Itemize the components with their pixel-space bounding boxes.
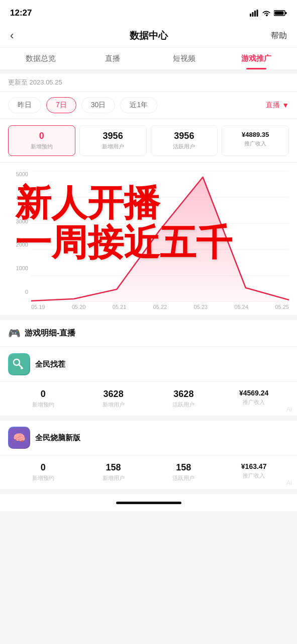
game-1-stat-label-reservation: 新增预约 bbox=[8, 401, 78, 409]
svg-point-16 bbox=[21, 367, 23, 369]
tab-live[interactable]: 直播 bbox=[77, 48, 149, 69]
game-card-2-header: 🧠 全民烧脑新版 bbox=[0, 421, 297, 455]
stats-row: 0 新增预约 3956 新增用户 3956 活跃用户 ¥4889.35 推广收入 bbox=[0, 119, 297, 162]
stat-label-reservation: 新增预约 bbox=[13, 143, 71, 150]
stat-card-revenue: ¥4889.35 推广收入 bbox=[222, 125, 289, 156]
signal-icon bbox=[250, 10, 259, 17]
game-2-stat-label-revenue: 推广收入 bbox=[219, 472, 289, 479]
game-2-icon: 🧠 bbox=[9, 428, 29, 448]
game-1-stat-label-active-users: 活跃用户 bbox=[149, 401, 219, 409]
game-1-stat-value-reservation: 0 bbox=[8, 389, 78, 399]
chart-container: 新人开播 一周接近五千 5000 4000 3000 2000 1000 0 bbox=[0, 163, 297, 315]
filter-type-label: 直播 bbox=[266, 101, 280, 110]
back-button[interactable]: ‹ bbox=[10, 29, 30, 42]
x-axis: 05.19 05.20 05.21 05.22 05.23 05.24 05.2… bbox=[31, 302, 289, 310]
status-bar: 12:27 bbox=[0, 0, 297, 24]
game-2-stat-value-active-users: 158 bbox=[149, 462, 219, 473]
game-2-stat-revenue: ¥163.47 推广收入 bbox=[219, 462, 289, 482]
help-button[interactable]: 帮助 bbox=[267, 31, 287, 41]
game-1-stat-revenue: ¥4569.24 推广收入 bbox=[219, 389, 289, 409]
game-2-stat-reservation: 0 新增预约 bbox=[8, 462, 78, 482]
wifi-icon bbox=[262, 10, 271, 17]
svg-rect-3 bbox=[257, 10, 258, 17]
home-indicator bbox=[116, 502, 181, 504]
svg-rect-6 bbox=[275, 12, 284, 15]
y-axis: 5000 4000 3000 2000 1000 0 bbox=[8, 171, 28, 295]
chevron-down-icon: ▼ bbox=[282, 101, 289, 109]
stat-value-new-users: 3956 bbox=[84, 131, 142, 141]
x-label-0520: 05.20 bbox=[72, 304, 86, 310]
svg-rect-2 bbox=[254, 11, 256, 17]
game-1-stat-reservation: 0 新增预约 bbox=[8, 389, 78, 409]
stat-label-active-users: 活跃用户 bbox=[155, 143, 214, 150]
bottom-bar bbox=[0, 494, 297, 511]
game-card-1: 全民找茬 0 新增预约 3628 新增用户 3628 活跃用户 ¥4569.24… bbox=[0, 347, 297, 416]
game-2-stat-value-revenue: ¥163.47 bbox=[219, 462, 289, 470]
x-label-0523: 05.23 bbox=[194, 304, 208, 310]
svg-rect-5 bbox=[285, 12, 287, 14]
x-label-0519: 05.19 bbox=[31, 304, 45, 310]
header: ‹ 数据中心 帮助 bbox=[0, 24, 297, 48]
x-label-0521: 05.21 bbox=[113, 304, 127, 310]
game-card-1-header: 全民找茬 bbox=[0, 347, 297, 382]
update-text: 更新至 2023.05.25 bbox=[8, 78, 62, 86]
game-1-stat-label-revenue: 推广收入 bbox=[219, 398, 289, 406]
spacer-1 bbox=[0, 416, 297, 420]
status-icons bbox=[250, 10, 287, 17]
game-1-thumb bbox=[8, 353, 30, 375]
game-1-stat-value-new-users: 3628 bbox=[78, 389, 149, 399]
filter-30days[interactable]: 30日 bbox=[81, 97, 116, 113]
page-title: 数据中心 bbox=[130, 29, 168, 42]
y-label-2000: 2000 bbox=[8, 242, 28, 248]
svg-rect-1 bbox=[252, 12, 254, 17]
y-label-1000: 1000 bbox=[8, 265, 28, 271]
stat-value-active-users: 3956 bbox=[155, 131, 214, 141]
tab-short-video[interactable]: 短视频 bbox=[149, 48, 221, 69]
stat-card-new-users: 3956 新增用户 bbox=[79, 125, 147, 156]
game-section-header: 🎮 游戏明细-直播 bbox=[0, 320, 297, 346]
y-label-5000: 5000 bbox=[8, 171, 28, 177]
stat-value-revenue: ¥4889.35 bbox=[226, 131, 284, 138]
game-1-stat-new-users: 3628 新增用户 bbox=[78, 389, 149, 409]
battery-icon bbox=[274, 10, 287, 17]
x-label-0524: 05.24 bbox=[235, 304, 249, 310]
stat-card-active-users: 3956 活跃用户 bbox=[151, 125, 218, 156]
game-2-stats: 0 新增预约 158 新增用户 158 活跃用户 ¥163.47 推广收入 Ai bbox=[0, 455, 297, 489]
y-label-3000: 3000 bbox=[8, 218, 28, 224]
tabs-bar: 数据总览 直播 短视频 游戏推广 bbox=[0, 48, 297, 70]
game-1-stats: 0 新增预约 3628 新增用户 3628 活跃用户 ¥4569.24 推广收入… bbox=[0, 382, 297, 416]
game-2-stat-value-reservation: 0 bbox=[8, 462, 78, 473]
game-2-stat-active-users: 158 活跃用户 bbox=[149, 462, 219, 482]
game-card-2: 🧠 全民烧脑新版 0 新增预约 158 新增用户 158 活跃用户 ¥163.4… bbox=[0, 421, 297, 489]
game-2-stat-label-new-users: 新增用户 bbox=[78, 474, 149, 482]
filter-type-selector[interactable]: 直播 ▼ bbox=[266, 101, 289, 110]
status-time: 12:27 bbox=[10, 8, 32, 18]
stat-label-revenue: 推广收入 bbox=[226, 140, 284, 147]
game-section-title: 游戏明细-直播 bbox=[25, 328, 75, 339]
tab-game-promo[interactable]: 游戏推广 bbox=[220, 48, 292, 69]
game-2-stat-label-reservation: 新增预约 bbox=[8, 474, 78, 482]
game-1-stat-value-revenue: ¥4569.24 bbox=[219, 389, 289, 397]
tab-overview[interactable]: 数据总览 bbox=[5, 48, 77, 69]
game-1-icon bbox=[9, 354, 29, 374]
game-2-stat-new-users: 158 新增用户 bbox=[78, 462, 149, 482]
game-1-stat-label-new-users: 新增用户 bbox=[78, 401, 149, 409]
game-1-stat-value-active-users: 3628 bbox=[149, 389, 219, 399]
filter-bar: 昨日 7日 30日 近1年 直播 ▼ bbox=[0, 92, 297, 118]
line-chart bbox=[31, 171, 289, 302]
game-controller-icon: 🎮 bbox=[8, 327, 21, 339]
game-2-stat-label-active-users: 活跃用户 bbox=[149, 474, 219, 482]
svg-rect-0 bbox=[250, 14, 251, 17]
y-label-0: 0 bbox=[8, 289, 28, 295]
y-label-4000: 4000 bbox=[8, 195, 28, 201]
filter-1year[interactable]: 近1年 bbox=[120, 97, 157, 113]
chart-svg-area bbox=[31, 171, 289, 302]
filter-7days[interactable]: 7日 bbox=[46, 97, 76, 113]
update-bar: 更新至 2023.05.25 bbox=[0, 74, 297, 91]
game-2-stat-value-new-users: 158 bbox=[78, 462, 149, 473]
game-2-name: 全民烧脑新版 bbox=[35, 433, 80, 443]
stat-value-reservation: 0 bbox=[13, 131, 71, 141]
game-1-stat-active-users: 3628 活跃用户 bbox=[149, 389, 219, 409]
filter-yesterday[interactable]: 昨日 bbox=[8, 97, 41, 113]
stat-label-new-users: 新增用户 bbox=[84, 143, 142, 150]
